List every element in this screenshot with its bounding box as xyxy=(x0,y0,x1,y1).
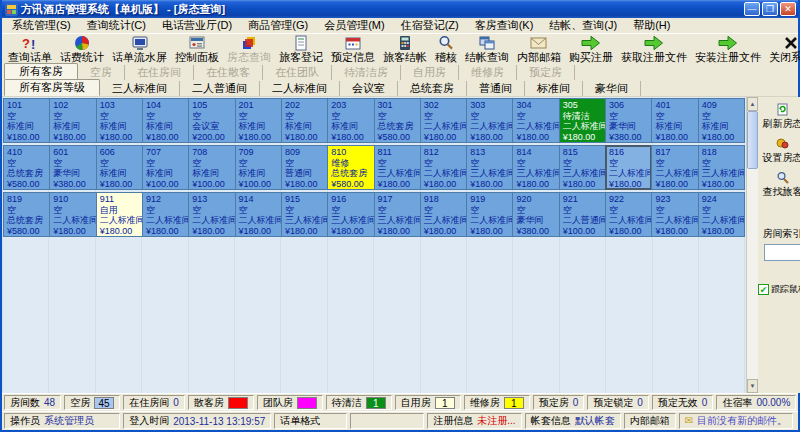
refresh-status-button[interactable]: 刷新房态 xyxy=(763,103,800,131)
room-card-401[interactable]: 401空标准间¥180.00 xyxy=(651,98,698,143)
room-card-103[interactable]: 103空标准间¥180.00 xyxy=(96,98,143,143)
query-call-button[interactable]: ?!查询话单 xyxy=(4,34,56,64)
menu-item-2[interactable]: 查询统计(C) xyxy=(79,18,154,33)
menu-item-1[interactable]: 系统管理(S) xyxy=(4,18,79,33)
type-tab-2[interactable]: 三人标准间 xyxy=(100,81,180,96)
menu-item-6[interactable]: 住宿登记(Z) xyxy=(393,18,467,33)
scroll-track[interactable] xyxy=(747,169,758,379)
type-tab-4[interactable]: 二人标准间 xyxy=(260,81,340,96)
room-card-912[interactable]: 912空二人标准间¥180.00 xyxy=(142,192,189,237)
status-tab-8[interactable]: 维修房 xyxy=(459,65,517,80)
status-tab-4[interactable]: 在住散客 xyxy=(194,65,263,80)
status-tab-3[interactable]: 在住房间 xyxy=(125,65,194,80)
room-card-302[interactable]: 302空二人标准间¥180.00 xyxy=(420,98,467,143)
room-card-102[interactable]: 102空标准间¥180.00 xyxy=(49,98,96,143)
track-mouse-toggle[interactable]: ✔ 跟踪鼠标 xyxy=(758,283,800,296)
room-card-911[interactable]: 911自用二人标准间¥180.00 xyxy=(96,192,143,237)
room-card-817[interactable]: 817空二人标准间¥180.00 xyxy=(651,145,698,190)
scroll-up-icon[interactable]: ▲ xyxy=(747,97,758,111)
type-tab-6[interactable]: 总统套房 xyxy=(398,81,467,96)
scroll-down-icon[interactable]: ▼ xyxy=(747,379,758,393)
room-card-708[interactable]: 708空标准间¥100.00 xyxy=(188,145,235,190)
room-card-815[interactable]: 815空三人标准间¥180.00 xyxy=(559,145,606,190)
restore-button[interactable]: ❐ xyxy=(762,2,778,16)
room-card-304[interactable]: 304空二人标准间¥180.00 xyxy=(512,98,559,143)
room-card-203[interactable]: 203空标准间¥180.00 xyxy=(327,98,374,143)
menu-item-9[interactable]: 帮助(H) xyxy=(625,18,678,33)
scroll-thumb[interactable] xyxy=(747,111,758,169)
room-card-105[interactable]: 105空会议室¥200.00 xyxy=(188,98,235,143)
close-system-button[interactable]: 关闭系统 xyxy=(765,34,800,64)
room-card-303[interactable]: 303空二人标准间¥180.00 xyxy=(466,98,513,143)
room-card-923[interactable]: 923空二人标准间¥180.00 xyxy=(651,192,698,237)
get-regfile-button[interactable]: 获取注册文件 xyxy=(617,34,691,64)
set-status-button[interactable]: 设置房态 xyxy=(763,137,800,165)
room-card-922[interactable]: 922空二人标准间¥180.00 xyxy=(605,192,652,237)
room-card-104[interactable]: 104空标准间¥180.00 xyxy=(142,98,189,143)
room-index-input[interactable] xyxy=(764,244,800,261)
menu-item-8[interactable]: 结帐、查询(J) xyxy=(541,18,625,33)
room-card-913[interactable]: 913空二人标准间¥180.00 xyxy=(188,192,235,237)
room-card-920[interactable]: 920空豪华间¥380.00 xyxy=(512,192,559,237)
room-card-910[interactable]: 910空二人标准间¥180.00 xyxy=(49,192,96,237)
status-tab-2[interactable]: 空房 xyxy=(78,65,125,80)
menu-item-5[interactable]: 会员管理(M) xyxy=(316,18,393,33)
menu-item-4[interactable]: 商品管理(G) xyxy=(240,18,316,33)
room-card-810[interactable]: 810维修总统套房¥580.00 xyxy=(327,145,374,190)
room-card-918[interactable]: 918空三人标准间¥180.00 xyxy=(420,192,467,237)
guest-checkin-button[interactable]: 旅客登记 xyxy=(275,34,327,64)
find-guest-button[interactable]: 查找旅客 xyxy=(763,171,800,199)
close-button[interactable]: ✕ xyxy=(780,2,796,16)
room-card-410[interactable]: 410空总统套房¥580.00 xyxy=(3,145,50,190)
room-card-924[interactable]: 924空二人标准间¥180.00 xyxy=(698,192,745,237)
room-card-915[interactable]: 915空三人标准间¥180.00 xyxy=(281,192,328,237)
minimize-button[interactable]: — xyxy=(744,2,760,16)
type-tab-5[interactable]: 会议室 xyxy=(340,81,398,96)
room-card-201[interactable]: 201空标准间¥180.00 xyxy=(235,98,282,143)
checkbox-checked-icon[interactable]: ✔ xyxy=(758,284,769,295)
room-card-409[interactable]: 409空标准间¥180.00 xyxy=(698,98,745,143)
type-tab-7[interactable]: 普通间 xyxy=(467,81,525,96)
room-card-606[interactable]: 606空标准间¥180.00 xyxy=(96,145,143,190)
type-tab-8[interactable]: 标准间 xyxy=(525,81,583,96)
room-card-709[interactable]: 709空标准间¥100.00 xyxy=(235,145,282,190)
type-tab-1[interactable]: 所有客房等级 xyxy=(4,79,100,96)
room-card-813[interactable]: 813空三人标准间¥180.00 xyxy=(466,145,513,190)
room-card-707[interactable]: 707空标准间¥100.00 xyxy=(142,145,189,190)
room-card-809[interactable]: 809空普通间¥180.00 xyxy=(281,145,328,190)
type-tab-3[interactable]: 二人普通间 xyxy=(180,81,260,96)
room-card-819[interactable]: 819空总统套房¥580.00 xyxy=(3,192,50,237)
menu-item-3[interactable]: 电话营业厅(D) xyxy=(154,18,240,33)
room-card-921[interactable]: 921空二人普通间¥100.00 xyxy=(559,192,606,237)
room-card-101[interactable]: 101空标准间¥180.00 xyxy=(3,98,50,143)
call-flow-button[interactable]: 话单流水屏 xyxy=(108,34,171,64)
call-fee-stats-button[interactable]: 话费统计 xyxy=(56,34,108,64)
room-card-306[interactable]: 306空豪华间¥380.00 xyxy=(605,98,652,143)
room-card-818[interactable]: 818空三人标准间¥180.00 xyxy=(698,145,745,190)
status-tab-7[interactable]: 自用房 xyxy=(401,65,459,80)
status-tab-1[interactable]: 所有客房 xyxy=(4,63,78,80)
status-tab-5[interactable]: 在住团队 xyxy=(263,65,332,80)
status-tab-9[interactable]: 预定房 xyxy=(517,65,575,80)
menu-item-7[interactable]: 客房查询(K) xyxy=(467,18,542,33)
audit-button[interactable]: 稽核 xyxy=(431,34,461,64)
status-tab-6[interactable]: 待清洁房 xyxy=(332,65,401,80)
room-card-814[interactable]: 814空三人标准间¥180.00 xyxy=(512,145,559,190)
booking-info-button[interactable]: 预定信息 xyxy=(327,34,379,64)
type-tab-9[interactable]: 豪华间 xyxy=(583,81,641,96)
room-card-812[interactable]: 812空二人标准间¥180.00 xyxy=(420,145,467,190)
guest-checkout-button[interactable]: 旅客结帐 xyxy=(379,34,431,64)
vertical-scrollbar[interactable]: ▲ ▼ xyxy=(746,97,758,393)
room-card-202[interactable]: 202空标准间¥180.00 xyxy=(281,98,328,143)
room-card-601[interactable]: 601空豪华间¥380.00 xyxy=(49,145,96,190)
room-card-916[interactable]: 916空三人标准间¥180.00 xyxy=(327,192,374,237)
settle-query-button[interactable]: 结帐查询 xyxy=(461,34,513,64)
room-card-811[interactable]: 811空三人标准间¥180.00 xyxy=(374,145,421,190)
room-card-914[interactable]: 914空二人标准间¥180.00 xyxy=(235,192,282,237)
internal-mail-button[interactable]: 内部邮箱 xyxy=(513,34,565,64)
control-panel-button[interactable]: 控制面板 xyxy=(171,34,223,64)
buy-register-button[interactable]: 购买注册 xyxy=(565,34,617,64)
room-card-919[interactable]: 919空二人标准间¥180.00 xyxy=(466,192,513,237)
room-card-305[interactable]: 305待清洁二人标准间¥180.00 xyxy=(559,98,606,143)
room-card-917[interactable]: 917空三人标准间¥180.00 xyxy=(374,192,421,237)
